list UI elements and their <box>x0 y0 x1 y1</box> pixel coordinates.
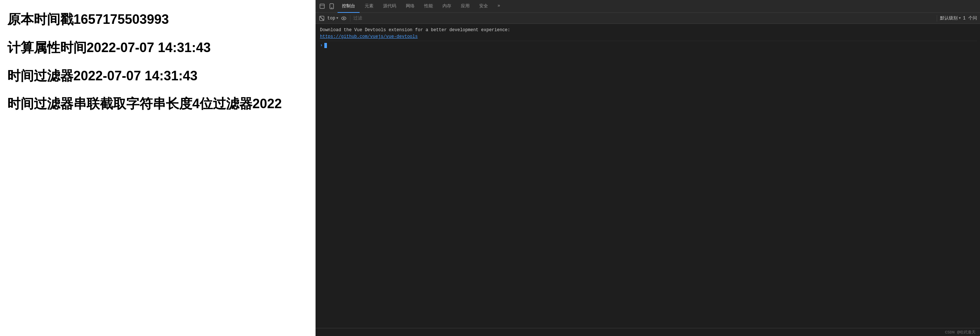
default-level-arrow: ▼ <box>959 16 961 20</box>
console-area: Download the Vue Devtools extension for … <box>315 24 980 328</box>
mobile-icon[interactable] <box>328 3 335 10</box>
line1: 原本时间戳1657175503993 <box>7 11 308 28</box>
console-prompt: › <box>318 41 977 49</box>
tab-security[interactable]: 安全 <box>475 0 492 13</box>
top-label: top <box>327 16 335 21</box>
count-badge: 1 个问 <box>963 15 977 21</box>
left-panel: 原本时间戳1657175503993 计算属性时间2022-07-07 14:3… <box>0 0 315 336</box>
tab-sources[interactable]: 源代码 <box>379 0 401 13</box>
bottom-text: CSDN @哈武逢天 <box>945 330 975 335</box>
tab-network[interactable]: 网络 <box>401 0 419 13</box>
tab-console[interactable]: 控制台 <box>337 0 360 13</box>
default-level-label: 默认级别 <box>940 15 958 21</box>
line2: 计算属性时间2022-07-07 14:31:43 <box>7 39 308 56</box>
tab-performance[interactable]: 性能 <box>420 0 438 13</box>
prompt-arrow: › <box>320 43 323 48</box>
cursor-icon[interactable] <box>318 3 326 10</box>
line3: 时间过滤器2022-07-07 14:31:43 <box>7 67 308 85</box>
filter-input[interactable] <box>353 16 934 21</box>
bottom-bar: CSDN @哈武逢天 <box>315 328 980 336</box>
default-level-dropdown[interactable]: 默认级别 ▼ <box>940 15 961 21</box>
eye-icon[interactable] <box>340 15 347 22</box>
svg-rect-0 <box>320 4 325 8</box>
devtools-tab-bar: 控制台 元素 源代码 网络 性能 内存 应用 安全 » <box>315 0 980 13</box>
devtools-panel: 控制台 元素 源代码 网络 性能 内存 应用 安全 » top ▼ <box>315 0 980 336</box>
console-message-text: Download the Vue Devtools extension for … <box>320 27 510 40</box>
console-message-vue-devtools: Download the Vue Devtools extension for … <box>318 26 977 41</box>
top-dropdown-arrow: ▼ <box>336 16 338 20</box>
svg-point-7 <box>343 18 345 19</box>
toolbar-divider2 <box>937 15 937 22</box>
svg-line-4 <box>320 16 324 20</box>
vue-devtools-link[interactable]: https://github.com/vuejs/vue-devtools <box>320 34 418 39</box>
tab-memory[interactable]: 内存 <box>438 0 456 13</box>
tab-elements[interactable]: 元素 <box>360 0 378 13</box>
toolbar-divider <box>350 15 350 22</box>
prompt-cursor <box>325 43 327 48</box>
tab-application[interactable]: 应用 <box>457 0 474 13</box>
line4: 时间过滤器串联截取字符串长度4位过滤器2022 <box>7 96 308 113</box>
block-icon[interactable] <box>318 15 325 22</box>
tab-more[interactable]: » <box>493 0 504 13</box>
devtools-toolbar: top ▼ 默认级别 ▼ 1 个问 <box>315 13 980 24</box>
top-dropdown[interactable]: top ▼ <box>327 16 338 21</box>
